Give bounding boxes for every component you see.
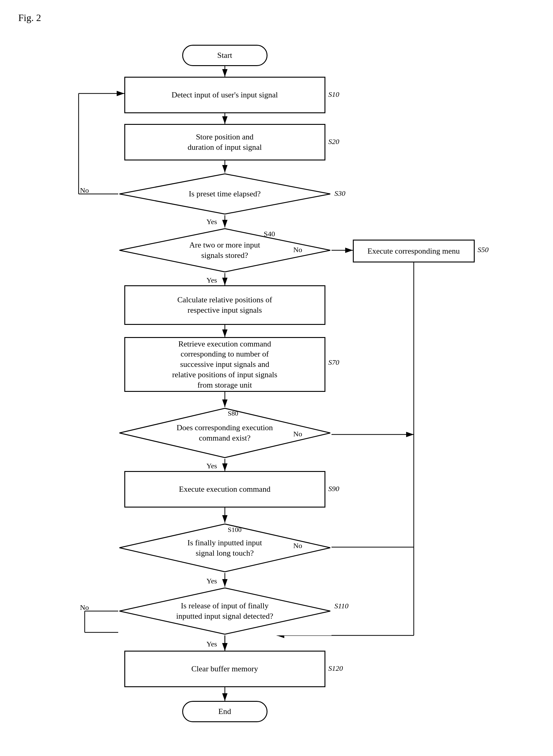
s50-label: S50 [478,246,489,254]
s40-no-label: No [294,246,302,254]
s30-no-label: No [80,186,89,195]
s40-yes-label: Yes [207,276,217,284]
s110-yes-label: Yes [207,640,217,648]
s120-node: Clear buffer memory [124,651,325,687]
s90-node: Execute execution command [124,471,325,507]
page: Fig. 2 [0,0,553,756]
s30-label: S30 [334,189,345,198]
s90-label: S90 [328,485,339,493]
flowchart: Start Detect input of user's input signa… [33,32,521,733]
s30-yes-label: Yes [207,218,217,226]
s100-label: S100 [228,526,242,534]
s70-label: S70 [328,358,339,367]
s100-no-label: No [294,542,302,550]
s80-no-label: No [294,430,302,438]
s10-label: S10 [328,90,339,99]
s20-node: Store position and duration of input sig… [124,124,325,161]
s60-node: Calculate relative positions of respecti… [124,285,325,325]
s110-label: S110 [334,602,348,610]
s100-yes-label: Yes [207,577,217,585]
s50-node: Execute corresponding menu [353,240,475,263]
fig-label: Fig. 2 [18,12,535,23]
s20-label: S20 [328,137,339,146]
start-node: Start [182,45,267,66]
s30-node: Is preset time elapsed? [118,173,331,215]
s110-no-label: No [80,603,89,612]
s10-node: Detect input of user's input signal [124,77,325,113]
s120-label: S120 [328,664,343,673]
s80-yes-label: Yes [207,462,217,470]
s110-node: Is release of input of finally inputted … [118,587,331,636]
s40-label: S40 [264,230,275,238]
s70-node: Retrieve execution command corresponding… [124,337,325,392]
end-node: End [182,701,267,722]
s80-label: S80 [228,409,238,417]
